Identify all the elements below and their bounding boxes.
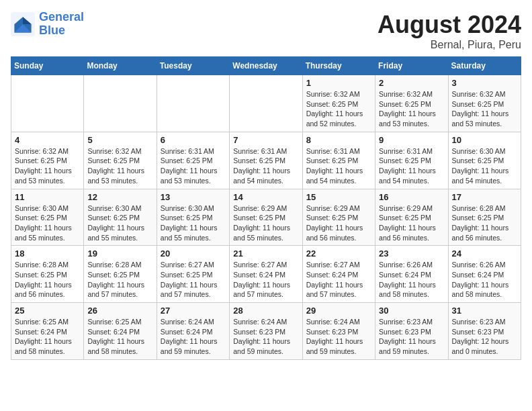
day-info: Sunrise: 6:32 AM Sunset: 6:25 PM Dayligh… [15, 146, 80, 186]
day-info: Sunrise: 6:32 AM Sunset: 6:25 PM Dayligh… [452, 89, 517, 129]
day-info: Sunrise: 6:30 AM Sunset: 6:25 PM Dayligh… [161, 203, 226, 243]
day-number: 14 [233, 192, 298, 202]
calendar-cell: 1Sunrise: 6:32 AM Sunset: 6:25 PM Daylig… [302, 75, 375, 132]
day-number: 20 [161, 248, 226, 259]
title-area: August 2024 Bernal, Piura, Peru [378, 11, 521, 51]
day-number: 12 [87, 192, 152, 202]
day-number: 22 [306, 248, 371, 259]
day-info: Sunrise: 6:24 AM Sunset: 6:23 PM Dayligh… [233, 317, 298, 357]
day-info: Sunrise: 6:31 AM Sunset: 6:25 PM Dayligh… [379, 146, 444, 186]
day-info: Sunrise: 6:32 AM Sunset: 6:25 PM Dayligh… [306, 89, 371, 129]
day-number: 7 [233, 135, 298, 145]
day-number: 27 [161, 306, 226, 316]
calendar-cell: 26Sunrise: 6:25 AM Sunset: 6:24 PM Dayli… [84, 303, 157, 360]
day-header-wednesday: Wednesday [230, 57, 302, 75]
calendar-cell: 2Sunrise: 6:32 AM Sunset: 6:25 PM Daylig… [375, 75, 448, 132]
calendar-cell: 27Sunrise: 6:24 AM Sunset: 6:24 PM Dayli… [157, 303, 229, 360]
calendar-subtitle: Bernal, Piura, Peru [378, 39, 521, 51]
day-info: Sunrise: 6:27 AM Sunset: 6:25 PM Dayligh… [161, 260, 226, 300]
calendar-header: SundayMondayTuesdayWednesdayThursdayFrid… [11, 57, 521, 75]
calendar-cell: 28Sunrise: 6:24 AM Sunset: 6:23 PM Dayli… [230, 303, 302, 360]
day-info: Sunrise: 6:29 AM Sunset: 6:25 PM Dayligh… [379, 203, 444, 243]
calendar-cell: 14Sunrise: 6:29 AM Sunset: 6:25 PM Dayli… [230, 189, 302, 246]
day-number: 9 [379, 135, 444, 145]
day-header-monday: Monday [84, 57, 157, 75]
calendar-cell: 15Sunrise: 6:29 AM Sunset: 6:25 PM Dayli… [302, 189, 375, 246]
day-info: Sunrise: 6:25 AM Sunset: 6:24 PM Dayligh… [87, 317, 152, 357]
calendar-cell: 10Sunrise: 6:30 AM Sunset: 6:25 PM Dayli… [448, 132, 521, 189]
day-number: 3 [452, 78, 517, 88]
day-info: Sunrise: 6:30 AM Sunset: 6:25 PM Dayligh… [452, 146, 517, 186]
day-number: 18 [15, 248, 80, 259]
calendar-cell: 9Sunrise: 6:31 AM Sunset: 6:25 PM Daylig… [375, 132, 448, 189]
calendar-cell: 3Sunrise: 6:32 AM Sunset: 6:25 PM Daylig… [448, 75, 521, 132]
calendar-cell: 20Sunrise: 6:27 AM Sunset: 6:25 PM Dayli… [157, 246, 229, 303]
calendar-cell: 22Sunrise: 6:27 AM Sunset: 6:24 PM Dayli… [302, 246, 375, 303]
day-number: 11 [15, 192, 80, 202]
calendar-week-2: 4Sunrise: 6:32 AM Sunset: 6:25 PM Daylig… [11, 132, 521, 189]
calendar-table: SundayMondayTuesdayWednesdayThursdayFrid… [11, 56, 521, 360]
day-number: 23 [379, 248, 444, 259]
logo-text: General Blue [39, 11, 84, 38]
calendar-cell: 7Sunrise: 6:31 AM Sunset: 6:25 PM Daylig… [230, 132, 302, 189]
calendar-cell: 24Sunrise: 6:26 AM Sunset: 6:24 PM Dayli… [448, 246, 521, 303]
day-info: Sunrise: 6:32 AM Sunset: 6:25 PM Dayligh… [379, 89, 444, 129]
calendar-cell: 31Sunrise: 6:23 AM Sunset: 6:23 PM Dayli… [448, 303, 521, 360]
calendar-cell: 25Sunrise: 6:25 AM Sunset: 6:24 PM Dayli… [11, 303, 84, 360]
day-number: 28 [233, 306, 298, 316]
day-number: 10 [452, 135, 517, 145]
day-number: 5 [87, 135, 152, 145]
calendar-cell: 6Sunrise: 6:31 AM Sunset: 6:25 PM Daylig… [157, 132, 229, 189]
day-header-saturday: Saturday [448, 57, 521, 75]
day-info: Sunrise: 6:23 AM Sunset: 6:23 PM Dayligh… [452, 317, 517, 357]
calendar-cell: 21Sunrise: 6:27 AM Sunset: 6:24 PM Dayli… [230, 246, 302, 303]
day-info: Sunrise: 6:31 AM Sunset: 6:25 PM Dayligh… [306, 146, 371, 186]
day-number: 2 [379, 78, 444, 88]
calendar-week-4: 18Sunrise: 6:28 AM Sunset: 6:25 PM Dayli… [11, 246, 521, 303]
day-number: 1 [306, 78, 371, 88]
calendar-cell: 17Sunrise: 6:28 AM Sunset: 6:25 PM Dayli… [448, 189, 521, 246]
day-number: 8 [306, 135, 371, 145]
day-number: 24 [452, 248, 517, 259]
day-number: 4 [15, 135, 80, 145]
calendar-cell [11, 75, 84, 132]
calendar-week-3: 11Sunrise: 6:30 AM Sunset: 6:25 PM Dayli… [11, 189, 521, 246]
calendar-cell: 12Sunrise: 6:30 AM Sunset: 6:25 PM Dayli… [84, 189, 157, 246]
calendar-title: August 2024 [378, 11, 521, 39]
calendar-cell: 11Sunrise: 6:30 AM Sunset: 6:25 PM Dayli… [11, 189, 84, 246]
calendar-cell [157, 75, 229, 132]
day-info: Sunrise: 6:31 AM Sunset: 6:25 PM Dayligh… [161, 146, 226, 186]
day-number: 31 [452, 306, 517, 316]
day-info: Sunrise: 6:28 AM Sunset: 6:25 PM Dayligh… [452, 203, 517, 243]
calendar-cell: 8Sunrise: 6:31 AM Sunset: 6:25 PM Daylig… [302, 132, 375, 189]
day-info: Sunrise: 6:27 AM Sunset: 6:24 PM Dayligh… [233, 260, 298, 300]
calendar-cell: 19Sunrise: 6:28 AM Sunset: 6:25 PM Dayli… [84, 246, 157, 303]
day-header-tuesday: Tuesday [157, 57, 229, 75]
calendar-cell: 16Sunrise: 6:29 AM Sunset: 6:25 PM Dayli… [375, 189, 448, 246]
day-info: Sunrise: 6:30 AM Sunset: 6:25 PM Dayligh… [15, 203, 80, 243]
day-number: 26 [87, 306, 152, 316]
day-number: 6 [161, 135, 226, 145]
day-info: Sunrise: 6:31 AM Sunset: 6:25 PM Dayligh… [233, 146, 298, 186]
day-info: Sunrise: 6:26 AM Sunset: 6:24 PM Dayligh… [452, 260, 517, 300]
day-info: Sunrise: 6:27 AM Sunset: 6:24 PM Dayligh… [306, 260, 371, 300]
day-number: 25 [15, 306, 80, 316]
logo: General Blue [11, 11, 84, 38]
calendar-cell: 18Sunrise: 6:28 AM Sunset: 6:25 PM Dayli… [11, 246, 84, 303]
day-info: Sunrise: 6:28 AM Sunset: 6:25 PM Dayligh… [15, 260, 80, 300]
day-info: Sunrise: 6:26 AM Sunset: 6:24 PM Dayligh… [379, 260, 444, 300]
day-info: Sunrise: 6:23 AM Sunset: 6:23 PM Dayligh… [379, 317, 444, 357]
day-number: 17 [452, 192, 517, 202]
day-header-friday: Friday [375, 57, 448, 75]
day-number: 13 [161, 192, 226, 202]
day-number: 16 [379, 192, 444, 202]
calendar-cell: 30Sunrise: 6:23 AM Sunset: 6:23 PM Dayli… [375, 303, 448, 360]
day-number: 21 [233, 248, 298, 259]
day-info: Sunrise: 6:29 AM Sunset: 6:25 PM Dayligh… [233, 203, 298, 243]
day-header-sunday: Sunday [11, 57, 84, 75]
day-info: Sunrise: 6:32 AM Sunset: 6:25 PM Dayligh… [87, 146, 152, 186]
day-number: 30 [379, 306, 444, 316]
calendar-body: 1Sunrise: 6:32 AM Sunset: 6:25 PM Daylig… [11, 75, 521, 360]
calendar-cell: 13Sunrise: 6:30 AM Sunset: 6:25 PM Dayli… [157, 189, 229, 246]
day-info: Sunrise: 6:28 AM Sunset: 6:25 PM Dayligh… [87, 260, 152, 300]
